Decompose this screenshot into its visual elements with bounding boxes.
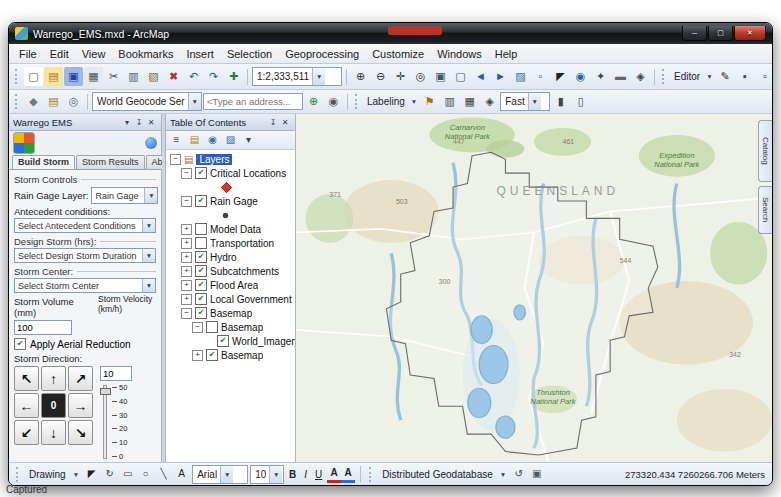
toc-options-icon[interactable]: ▾ — [240, 132, 257, 149]
previous-extent-icon[interactable]: ◄ — [471, 67, 490, 86]
toc-header[interactable]: Table Of Contents ↧✕ — [166, 114, 295, 131]
undo-icon[interactable]: ↶ — [184, 67, 203, 86]
label-priority-ranking-icon[interactable]: ▥ — [440, 92, 459, 111]
layer-label[interactable]: Flood Area — [210, 280, 258, 291]
catalog-window-icon[interactable]: ▤ — [44, 92, 63, 111]
storm-center-combo[interactable]: Select Storm Center ▼ — [14, 278, 156, 293]
layer-label[interactable]: Rain Gage — [210, 196, 258, 207]
copy-icon[interactable]: ▥ — [124, 67, 143, 86]
layer-row[interactable]: + ✔ Basemap — [166, 348, 295, 362]
layer-visibility-checkbox[interactable]: ✔ — [195, 279, 207, 291]
dock-tab[interactable]: Search — [758, 186, 772, 234]
chevron-down-icon[interactable]: ▼ — [142, 279, 155, 292]
dock-menu-icon[interactable]: ▾ — [121, 116, 133, 128]
toolbar-grip[interactable] — [15, 94, 20, 109]
storm-velocity-input[interactable] — [100, 366, 132, 381]
apply-aerial-reduction-row[interactable]: ✔ Apply Aerial Reduction — [14, 338, 156, 350]
select-elements-icon[interactable]: ◤ — [551, 67, 570, 86]
fill-color-button[interactable]: A — [341, 466, 355, 483]
direction-center-button[interactable]: 0 — [41, 393, 66, 418]
view-unplaced-labels-icon[interactable]: ▯ — [571, 92, 590, 111]
chevron-down-icon[interactable]: ▼ — [269, 466, 282, 483]
menu-item[interactable]: View — [76, 46, 112, 62]
zoom-in-icon[interactable]: ⊕ — [351, 67, 370, 86]
fixed-zoom-in-icon[interactable]: ▣ — [431, 67, 450, 86]
chevron-down-icon[interactable]: ▼ — [142, 249, 155, 262]
layer-row[interactable]: ✔ World_Imagery — [166, 334, 295, 348]
layer-row[interactable]: − ✔ Critical Locations — [166, 166, 295, 180]
layer-row[interactable]: − ✔ Basemap — [166, 306, 295, 320]
expander-icon[interactable]: + — [181, 252, 192, 263]
circle-tool-icon[interactable]: ○ — [137, 466, 154, 483]
layer-label[interactable]: Model Data — [210, 224, 261, 235]
expander-icon[interactable]: + — [181, 224, 192, 235]
direction-w-button[interactable]: ← — [14, 393, 39, 418]
menu-item[interactable]: Selection — [221, 46, 278, 62]
map-view[interactable]: Carnarvon National ParkExpedition Nation… — [296, 114, 772, 462]
chevron-down-icon[interactable]: ▼ — [144, 188, 157, 203]
chevron-down-icon[interactable]: ▼ — [409, 98, 419, 105]
layer-label[interactable]: Critical Locations — [210, 168, 286, 179]
label-weight-ranking-icon[interactable]: ▦ — [460, 92, 479, 111]
rain-gage-combo[interactable]: Rain Gage ▼ — [91, 187, 158, 204]
chevron-down-icon[interactable]: ▼ — [312, 68, 325, 85]
layer-visibility-checkbox[interactable]: ✔ — [195, 195, 207, 207]
menu-item[interactable]: Edit — [44, 46, 75, 62]
lock-labels-icon[interactable]: ◈ — [480, 92, 499, 111]
find-icon[interactable]: ✦ — [591, 67, 610, 86]
pin-icon[interactable]: ↧ — [267, 116, 279, 128]
layer-row[interactable]: + ✔ Local Government — [166, 292, 295, 306]
layer-row[interactable]: + ✔ Hydro — [166, 250, 295, 264]
help-icon[interactable] — [145, 137, 157, 149]
zoom-out-icon[interactable]: ⊖ — [371, 67, 390, 86]
font-size-combo[interactable]: 10 ▼ — [250, 465, 284, 484]
design-storm-combo[interactable]: Select Design Storm Duration ▼ — [14, 248, 156, 263]
direction-n-button[interactable]: ↑ — [41, 366, 66, 391]
expander-icon[interactable]: − — [170, 154, 181, 165]
full-extent-icon[interactable]: ◎ — [411, 67, 430, 86]
menu-item[interactable]: Help — [489, 46, 524, 62]
layer-visibility-checkbox[interactable]: ✔ — [195, 251, 207, 263]
direction-sw-button[interactable]: ↙ — [14, 420, 39, 445]
close-icon[interactable]: ✕ — [145, 116, 157, 128]
layer-label[interactable]: Basemap — [221, 350, 263, 361]
chevron-down-icon[interactable]: ▼ — [188, 93, 201, 110]
cut-icon[interactable]: ✂ — [104, 67, 123, 86]
maximize-button[interactable]: ▢ — [708, 26, 733, 41]
panel-tab[interactable]: Storm Results — [76, 155, 145, 169]
expander-icon[interactable]: − — [181, 196, 192, 207]
editor-pencil-icon[interactable]: ✎ — [716, 67, 735, 86]
list-by-drawing-order-icon[interactable]: ≡ — [168, 132, 185, 149]
toolbar-grip[interactable] — [355, 94, 360, 109]
pause-labeling-icon[interactable]: ▮ — [551, 92, 570, 111]
font-color-button[interactable]: A — [327, 466, 341, 483]
layers-root-row[interactable]: − ▤ Layers — [166, 152, 295, 166]
direction-e-button[interactable]: → — [68, 393, 93, 418]
fixed-zoom-out-icon[interactable]: ▢ — [451, 67, 470, 86]
labeling-toolbar-label[interactable]: Labeling — [364, 96, 408, 107]
layer-visibility-checkbox[interactable] — [206, 321, 218, 333]
close-icon[interactable]: ✕ — [279, 116, 291, 128]
menu-item[interactable]: Windows — [431, 46, 488, 62]
layer-label[interactable]: Subcatchments — [210, 266, 279, 277]
expander-icon[interactable]: + — [192, 350, 203, 361]
toolbar-grip[interactable] — [16, 467, 21, 482]
direction-se-button[interactable]: ↘ — [68, 420, 93, 445]
list-by-visibility-icon[interactable]: ◉ — [204, 132, 221, 149]
go-to-xy-icon[interactable]: ◈ — [631, 67, 650, 86]
synchronize-changes-icon[interactable]: ↺ — [510, 466, 527, 483]
select-features-icon[interactable]: ▨ — [511, 67, 530, 86]
velocity-slider[interactable]: 50403020100 — [100, 383, 127, 461]
create-replica-icon[interactable]: ▣ — [528, 466, 545, 483]
chevron-down-icon[interactable]: ▼ — [528, 93, 541, 110]
new-document-icon[interactable]: ▢ — [24, 67, 43, 86]
geocoding-options-icon[interactable]: ◉ — [324, 92, 343, 111]
layer-row[interactable] — [166, 208, 295, 222]
expander-icon[interactable]: − — [181, 308, 192, 319]
layer-label[interactable]: Local Government — [210, 294, 292, 305]
layer-label[interactable]: Basemap — [221, 322, 263, 333]
expander-icon[interactable]: − — [192, 322, 203, 333]
font-family-combo[interactable]: Arial ▼ — [192, 465, 248, 484]
menu-item[interactable]: Customize — [366, 46, 430, 62]
menu-item[interactable]: File — [13, 46, 43, 62]
